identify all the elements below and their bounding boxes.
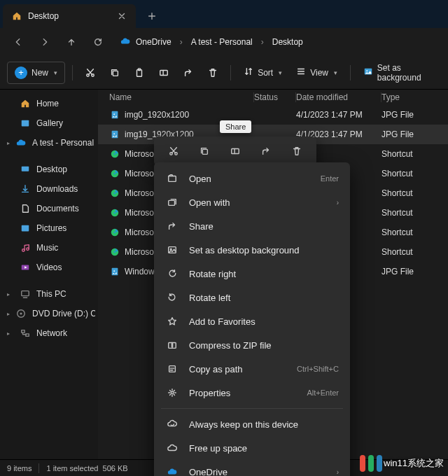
rotate-left-icon bbox=[165, 290, 179, 304]
svg-rect-19 bbox=[112, 111, 118, 119]
file-row[interactable]: img0_1920x12004/1/2023 1:47 PMJPG File bbox=[98, 105, 448, 125]
column-status[interactable]: Status bbox=[254, 92, 296, 102]
image-file-icon bbox=[109, 109, 120, 120]
cut-button[interactable] bbox=[162, 140, 185, 162]
ctx-rotate-left[interactable]: Rotate left bbox=[154, 286, 350, 309]
rename-button[interactable] bbox=[224, 140, 246, 162]
rotate-right-icon bbox=[165, 267, 179, 281]
file-name: img0_1920x1200 bbox=[125, 110, 189, 120]
file-type: Shortcut bbox=[382, 227, 442, 237]
sidebar-item-network[interactable]: ▸Network bbox=[3, 323, 95, 343]
svg-rect-2 bbox=[113, 71, 118, 76]
delete-button[interactable] bbox=[286, 140, 308, 162]
sidebar-item-music[interactable]: Music bbox=[3, 238, 95, 258]
cut-button[interactable] bbox=[80, 62, 102, 84]
ctx-properties[interactable]: PropertiesAlt+Enter bbox=[154, 381, 350, 405]
ctx-share[interactable]: Share bbox=[154, 214, 350, 238]
edge-shortcut-icon bbox=[109, 148, 120, 160]
new-tab-button[interactable] bbox=[140, 4, 164, 28]
svg-point-22 bbox=[113, 133, 115, 134]
sidebar-item-gallery[interactable]: Gallery bbox=[3, 113, 95, 133]
column-type[interactable]: Type bbox=[382, 92, 442, 102]
delete-button[interactable] bbox=[202, 62, 223, 84]
ctx-open-with[interactable]: Open with› bbox=[154, 190, 350, 214]
separator bbox=[230, 65, 231, 80]
tab-desktop[interactable]: Desktop bbox=[3, 4, 136, 28]
file-type: JPG File bbox=[382, 267, 442, 276]
sidebar-label: Documents bbox=[36, 204, 79, 214]
new-button[interactable]: + New ▾ bbox=[7, 62, 65, 84]
view-label: View bbox=[310, 68, 328, 78]
ctx-onedrive[interactable]: OneDrive› bbox=[154, 460, 350, 476]
copy-button[interactable] bbox=[104, 62, 126, 84]
selection-count: 1 item selected bbox=[46, 464, 98, 472]
sidebar-item-videos[interactable]: Videos bbox=[3, 258, 95, 277]
chevron-down-icon: ▾ bbox=[54, 69, 57, 76]
sidebar-label: A test - Personal bbox=[32, 138, 94, 148]
share-button[interactable] bbox=[255, 140, 277, 162]
sidebar-item-desktop[interactable]: Desktop bbox=[3, 160, 95, 179]
ctx-set-background[interactable]: Set as desktop background bbox=[154, 238, 350, 262]
column-date[interactable]: Date modified bbox=[296, 92, 382, 102]
view-button[interactable]: View ▾ bbox=[290, 62, 343, 84]
star-icon bbox=[165, 314, 179, 328]
sidebar-item-dvd[interactable]: ▸DVD Drive (D:) CCC bbox=[3, 304, 95, 323]
rename-button[interactable] bbox=[153, 62, 175, 84]
ctx-compress[interactable]: Compress to ZIP file bbox=[154, 333, 350, 357]
ctx-favorites[interactable]: Add to Favorites bbox=[154, 309, 350, 333]
titlebar: Desktop bbox=[0, 0, 448, 28]
open-with-icon bbox=[165, 195, 179, 209]
pc-icon bbox=[20, 288, 31, 300]
sidebar-item-thispc[interactable]: ▸This PC bbox=[3, 284, 95, 304]
back-button[interactable] bbox=[6, 31, 31, 53]
edge-shortcut-icon bbox=[109, 168, 120, 179]
close-icon[interactable] bbox=[116, 10, 127, 22]
ctx-free-space[interactable]: Free up space bbox=[154, 436, 350, 460]
ctx-copy-path[interactable]: Copy as pathCtrl+Shift+C bbox=[154, 357, 350, 381]
watermark: win11系统之家 bbox=[358, 454, 444, 473]
copy-path-icon bbox=[165, 362, 179, 376]
breadcrumb-desktop[interactable]: Desktop bbox=[271, 34, 304, 50]
forward-button[interactable] bbox=[32, 31, 57, 53]
sort-button[interactable]: Sort ▾ bbox=[238, 62, 288, 84]
tab-title: Desktop bbox=[28, 11, 111, 21]
pictures-icon bbox=[20, 223, 31, 234]
set-background-button[interactable]: Set as background bbox=[358, 62, 441, 84]
sidebar-label: This PC bbox=[36, 289, 66, 299]
share-button[interactable] bbox=[178, 62, 200, 84]
copy-button[interactable] bbox=[193, 140, 216, 162]
file-date: 4/1/2023 1:47 PM bbox=[296, 110, 382, 120]
new-label: New bbox=[31, 68, 48, 78]
paste-button[interactable] bbox=[129, 62, 150, 84]
sidebar-item-downloads[interactable]: Downloads bbox=[3, 179, 95, 199]
up-button[interactable] bbox=[59, 31, 84, 53]
sidebar-label: Home bbox=[36, 99, 59, 108]
properties-icon bbox=[165, 386, 179, 400]
ctx-open[interactable]: OpenEnter bbox=[154, 167, 350, 190]
sidebar-item-onedrive[interactable]: ▸A test - Personal bbox=[3, 133, 95, 153]
breadcrumb-personal[interactable]: A test - Personal bbox=[190, 34, 254, 50]
ctx-rotate-right[interactable]: Rotate right bbox=[154, 262, 350, 286]
file-type: Shortcut bbox=[382, 169, 442, 178]
plus-icon: + bbox=[15, 66, 27, 79]
sort-label: Sort bbox=[258, 68, 273, 78]
refresh-button[interactable] bbox=[85, 31, 111, 53]
column-name[interactable]: Name bbox=[104, 92, 254, 102]
sort-icon bbox=[244, 66, 253, 78]
gallery-icon bbox=[20, 118, 31, 129]
sidebar-item-documents[interactable]: Documents bbox=[3, 199, 95, 218]
sidebar: Home Gallery ▸A test - Personal Desktop … bbox=[0, 90, 98, 459]
home-icon bbox=[11, 10, 22, 22]
svg-rect-9 bbox=[22, 167, 29, 172]
watermark-text: win11系统之家 bbox=[384, 457, 444, 470]
sidebar-item-pictures[interactable]: Pictures bbox=[3, 218, 95, 238]
sidebar-item-home[interactable]: Home bbox=[3, 94, 95, 113]
breadcrumb-onedrive[interactable]: OneDrive bbox=[134, 34, 173, 50]
ctx-keep-device[interactable]: Always keep on this device bbox=[154, 412, 350, 436]
svg-point-20 bbox=[113, 113, 115, 115]
breadcrumb: OneDrive › A test - Personal › Desktop bbox=[120, 34, 304, 50]
svg-point-15 bbox=[18, 310, 25, 318]
chevron-right-icon: › bbox=[337, 468, 339, 476]
column-headers: Name Status Date modified Type bbox=[98, 90, 448, 105]
sidebar-label: Gallery bbox=[36, 118, 63, 128]
